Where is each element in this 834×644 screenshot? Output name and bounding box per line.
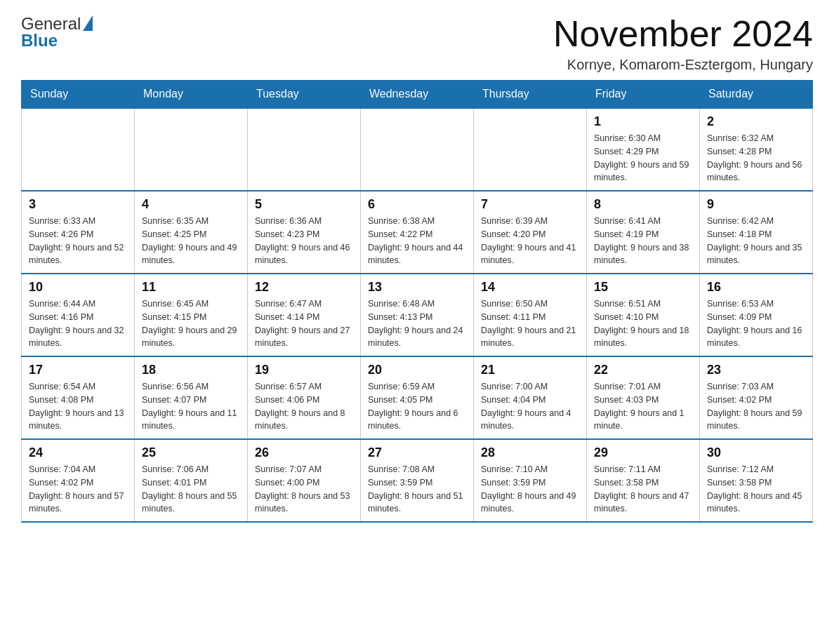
- day-info: Sunrise: 7:10 AM Sunset: 3:59 PM Dayligh…: [481, 463, 579, 516]
- header: General Blue November 2024 Kornye, Komar…: [21, 14, 813, 73]
- day-number: 24: [29, 445, 127, 460]
- calendar-cell: 4Sunrise: 6:35 AM Sunset: 4:25 PM Daylig…: [135, 191, 248, 274]
- calendar-cell: 15Sunrise: 6:51 AM Sunset: 4:10 PM Dayli…: [587, 274, 700, 356]
- header-tuesday: Tuesday: [248, 81, 361, 109]
- calendar-cell: 20Sunrise: 6:59 AM Sunset: 4:05 PM Dayli…: [361, 356, 474, 439]
- day-number: 23: [707, 363, 805, 377]
- calendar-cell: [248, 108, 361, 191]
- calendar-cell: 13Sunrise: 6:48 AM Sunset: 4:13 PM Dayli…: [361, 274, 474, 356]
- day-info: Sunrise: 6:50 AM Sunset: 4:11 PM Dayligh…: [481, 297, 579, 350]
- day-number: 14: [481, 280, 579, 295]
- calendar-cell: 5Sunrise: 6:36 AM Sunset: 4:23 PM Daylig…: [248, 191, 361, 274]
- subtitle: Kornye, Komarom-Esztergom, Hungary: [553, 57, 813, 73]
- calendar-table: Sunday Monday Tuesday Wednesday Thursday…: [21, 80, 813, 523]
- day-info: Sunrise: 7:03 AM Sunset: 4:02 PM Dayligh…: [707, 380, 805, 433]
- day-info: Sunrise: 7:07 AM Sunset: 4:00 PM Dayligh…: [255, 463, 353, 516]
- day-number: 13: [368, 280, 466, 295]
- day-number: 12: [255, 280, 353, 295]
- calendar-cell: 1Sunrise: 6:30 AM Sunset: 4:29 PM Daylig…: [587, 108, 700, 191]
- day-info: Sunrise: 6:47 AM Sunset: 4:14 PM Dayligh…: [255, 297, 353, 350]
- day-number: 29: [594, 445, 692, 460]
- calendar-cell: 8Sunrise: 6:41 AM Sunset: 4:19 PM Daylig…: [587, 191, 700, 274]
- week-row-3: 10Sunrise: 6:44 AM Sunset: 4:16 PM Dayli…: [22, 274, 813, 356]
- day-number: 9: [707, 197, 805, 212]
- day-info: Sunrise: 6:42 AM Sunset: 4:18 PM Dayligh…: [707, 215, 805, 267]
- day-number: 16: [707, 280, 805, 295]
- week-row-5: 24Sunrise: 7:04 AM Sunset: 4:02 PM Dayli…: [22, 439, 813, 522]
- day-number: 18: [142, 363, 240, 377]
- calendar-cell: 9Sunrise: 6:42 AM Sunset: 4:18 PM Daylig…: [700, 191, 813, 274]
- day-number: 4: [142, 197, 240, 212]
- calendar-cell: 16Sunrise: 6:53 AM Sunset: 4:09 PM Dayli…: [700, 274, 813, 356]
- header-thursday: Thursday: [474, 81, 587, 109]
- calendar-cell: 25Sunrise: 7:06 AM Sunset: 4:01 PM Dayli…: [135, 439, 248, 522]
- calendar-cell: 29Sunrise: 7:11 AM Sunset: 3:58 PM Dayli…: [587, 439, 700, 522]
- calendar-cell: 28Sunrise: 7:10 AM Sunset: 3:59 PM Dayli…: [474, 439, 587, 522]
- day-info: Sunrise: 6:39 AM Sunset: 4:20 PM Dayligh…: [481, 215, 579, 267]
- calendar-cell: 3Sunrise: 6:33 AM Sunset: 4:26 PM Daylig…: [22, 191, 135, 274]
- day-number: 11: [142, 280, 240, 295]
- calendar-cell: 26Sunrise: 7:07 AM Sunset: 4:00 PM Dayli…: [248, 439, 361, 522]
- day-info: Sunrise: 6:32 AM Sunset: 4:28 PM Dayligh…: [707, 132, 805, 185]
- calendar-cell: [22, 108, 135, 191]
- day-info: Sunrise: 7:01 AM Sunset: 4:03 PM Dayligh…: [594, 380, 692, 433]
- day-number: 2: [707, 114, 805, 129]
- day-number: 21: [481, 363, 579, 377]
- day-info: Sunrise: 7:12 AM Sunset: 3:58 PM Dayligh…: [707, 463, 805, 516]
- day-number: 10: [29, 280, 127, 295]
- day-number: 7: [481, 197, 579, 212]
- day-info: Sunrise: 6:36 AM Sunset: 4:23 PM Dayligh…: [255, 215, 353, 267]
- day-number: 17: [29, 363, 127, 377]
- header-saturday: Saturday: [700, 81, 813, 109]
- day-number: 22: [594, 363, 692, 377]
- header-wednesday: Wednesday: [361, 81, 474, 109]
- calendar-cell: 11Sunrise: 6:45 AM Sunset: 4:15 PM Dayli…: [135, 274, 248, 356]
- header-sunday: Sunday: [22, 81, 135, 109]
- week-row-1: 1Sunrise: 6:30 AM Sunset: 4:29 PM Daylig…: [22, 108, 813, 191]
- day-info: Sunrise: 6:56 AM Sunset: 4:07 PM Dayligh…: [142, 380, 240, 433]
- header-monday: Monday: [135, 81, 248, 109]
- calendar-cell: 12Sunrise: 6:47 AM Sunset: 4:14 PM Dayli…: [248, 274, 361, 356]
- calendar-cell: 6Sunrise: 6:38 AM Sunset: 4:22 PM Daylig…: [361, 191, 474, 274]
- day-info: Sunrise: 7:00 AM Sunset: 4:04 PM Dayligh…: [481, 380, 579, 433]
- calendar-cell: 21Sunrise: 7:00 AM Sunset: 4:04 PM Dayli…: [474, 356, 587, 439]
- calendar-cell: 24Sunrise: 7:04 AM Sunset: 4:02 PM Dayli…: [22, 439, 135, 522]
- day-info: Sunrise: 6:51 AM Sunset: 4:10 PM Dayligh…: [594, 297, 692, 350]
- weekday-header-row: Sunday Monday Tuesday Wednesday Thursday…: [22, 81, 813, 109]
- day-number: 3: [29, 197, 127, 212]
- header-friday: Friday: [587, 81, 700, 109]
- calendar-cell: 10Sunrise: 6:44 AM Sunset: 4:16 PM Dayli…: [22, 274, 135, 356]
- day-number: 30: [707, 445, 805, 460]
- day-number: 19: [255, 363, 353, 377]
- calendar-cell: 19Sunrise: 6:57 AM Sunset: 4:06 PM Dayli…: [248, 356, 361, 439]
- calendar-cell: 7Sunrise: 6:39 AM Sunset: 4:20 PM Daylig…: [474, 191, 587, 274]
- day-number: 28: [481, 445, 579, 460]
- day-info: Sunrise: 7:08 AM Sunset: 3:59 PM Dayligh…: [368, 463, 466, 516]
- calendar-cell: [361, 108, 474, 191]
- calendar-cell: 14Sunrise: 6:50 AM Sunset: 4:11 PM Dayli…: [474, 274, 587, 356]
- day-info: Sunrise: 6:30 AM Sunset: 4:29 PM Dayligh…: [594, 132, 692, 185]
- logo: General Blue: [21, 14, 93, 51]
- day-info: Sunrise: 6:44 AM Sunset: 4:16 PM Dayligh…: [29, 297, 127, 350]
- day-number: 25: [142, 445, 240, 460]
- logo-text2: Blue: [21, 31, 58, 51]
- calendar-cell: [135, 108, 248, 191]
- calendar-cell: 2Sunrise: 6:32 AM Sunset: 4:28 PM Daylig…: [700, 108, 813, 191]
- day-info: Sunrise: 7:04 AM Sunset: 4:02 PM Dayligh…: [29, 463, 127, 516]
- calendar-cell: 17Sunrise: 6:54 AM Sunset: 4:08 PM Dayli…: [22, 356, 135, 439]
- day-number: 15: [594, 280, 692, 295]
- day-number: 6: [368, 197, 466, 212]
- day-info: Sunrise: 7:11 AM Sunset: 3:58 PM Dayligh…: [594, 463, 692, 516]
- day-number: 27: [368, 445, 466, 460]
- day-info: Sunrise: 6:59 AM Sunset: 4:05 PM Dayligh…: [368, 380, 466, 433]
- week-row-2: 3Sunrise: 6:33 AM Sunset: 4:26 PM Daylig…: [22, 191, 813, 274]
- calendar-cell: [474, 108, 587, 191]
- day-info: Sunrise: 6:53 AM Sunset: 4:09 PM Dayligh…: [707, 297, 805, 350]
- day-info: Sunrise: 6:45 AM Sunset: 4:15 PM Dayligh…: [142, 297, 240, 350]
- day-info: Sunrise: 6:33 AM Sunset: 4:26 PM Dayligh…: [29, 215, 127, 267]
- calendar-cell: 30Sunrise: 7:12 AM Sunset: 3:58 PM Dayli…: [700, 439, 813, 522]
- day-number: 20: [368, 363, 466, 377]
- day-number: 1: [594, 114, 692, 129]
- day-number: 5: [255, 197, 353, 212]
- calendar-cell: 22Sunrise: 7:01 AM Sunset: 4:03 PM Dayli…: [587, 356, 700, 439]
